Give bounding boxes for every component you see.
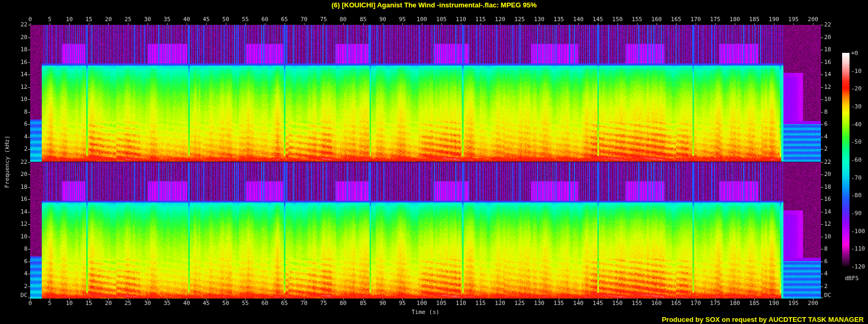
time-tick-mark — [383, 299, 383, 300]
time-tick-mark — [676, 299, 677, 300]
time-tick-mark — [520, 299, 520, 300]
time-tick-label: 55 — [237, 16, 253, 23]
colorbar — [842, 53, 849, 266]
time-tick-label: 55 — [237, 300, 253, 307]
time-tick-mark — [245, 299, 246, 300]
time-tick-label: 40 — [179, 300, 195, 307]
freq-tick-label: 8 — [0, 246, 27, 252]
freq-tick-mark — [821, 262, 823, 262]
time-tick-label: 0 — [22, 300, 38, 307]
freq-tick-mark — [821, 224, 823, 225]
time-tick-label: 110 — [453, 16, 469, 23]
time-tick-label: 95 — [394, 16, 410, 23]
time-tick-label: 10 — [61, 300, 77, 307]
freq-tick-label: 20 — [0, 34, 27, 41]
time-tick-mark — [89, 299, 89, 300]
time-tick-mark — [206, 299, 207, 300]
time-tick-label: 115 — [473, 300, 488, 307]
legend-tick-label: -50 — [851, 139, 862, 145]
time-tick-label: 170 — [688, 16, 704, 23]
time-tick-label: 120 — [492, 300, 508, 307]
time-tick-label: 160 — [649, 300, 664, 307]
time-tick-label: 25 — [120, 16, 136, 23]
y-axis-label: Frequency (kHz) — [4, 135, 11, 188]
spectrogram-window: (6) [KOUICHI] Aganist The Wind -instrume… — [0, 0, 868, 324]
time-tick-mark — [402, 299, 403, 300]
freq-tick-mark — [821, 99, 823, 100]
freq-tick-label: 16 — [0, 196, 27, 202]
legend-tick-label: -110 — [851, 246, 865, 252]
time-tick-label: 90 — [375, 300, 391, 307]
freq-tick-mark — [821, 174, 823, 175]
time-tick-label: 180 — [727, 300, 743, 307]
freq-tick-mark — [821, 112, 823, 113]
time-tick-label: 110 — [453, 300, 469, 307]
time-tick-mark — [637, 299, 638, 300]
freq-tick-label: 2 — [824, 283, 847, 290]
freq-tick-mark — [821, 298, 823, 298]
legend-tick-label: -10 — [851, 68, 862, 75]
time-tick-label: 15 — [81, 300, 97, 307]
freq-tick-mark — [821, 149, 823, 150]
time-tick-mark — [284, 299, 285, 300]
time-tick-mark — [108, 299, 109, 300]
page-title: (6) [KOUICHI] Aganist The Wind -instrume… — [0, 1, 868, 9]
freq-tick-mark — [821, 249, 823, 249]
freq-tick-label: 10 — [0, 234, 27, 240]
time-tick-mark — [304, 299, 304, 300]
freq-tick-mark — [821, 187, 823, 188]
freq-tick-label: 6 — [0, 121, 27, 127]
colorbar-unit-label: dBFS — [845, 275, 859, 282]
time-tick-mark — [128, 299, 128, 300]
time-tick-label: 190 — [766, 16, 782, 23]
time-tick-label: 65 — [276, 16, 292, 23]
time-tick-label: 100 — [414, 16, 430, 23]
time-tick-mark — [774, 299, 774, 300]
time-tick-label: 165 — [668, 16, 684, 23]
time-tick-mark — [500, 299, 501, 300]
legend-tick-label: -100 — [851, 228, 865, 235]
time-tick-label: 90 — [375, 16, 391, 23]
time-tick-mark — [324, 299, 324, 300]
time-tick-mark — [69, 299, 70, 300]
legend-tick-label: -20 — [851, 86, 862, 92]
time-tick-label: 25 — [120, 300, 136, 307]
time-tick-label: 175 — [707, 16, 723, 23]
freq-tick-mark — [821, 75, 823, 75]
time-tick-label: 185 — [746, 16, 762, 23]
time-tick-label: 75 — [316, 300, 331, 307]
time-tick-label: 135 — [551, 16, 567, 23]
time-tick-label: 20 — [100, 16, 116, 23]
time-tick-label: 5 — [42, 300, 58, 307]
time-tick-label: 40 — [179, 16, 195, 23]
freq-tick-mark — [821, 124, 823, 125]
freq-tick-mark — [821, 87, 823, 88]
time-tick-label: 60 — [257, 300, 273, 307]
time-tick-label: 20 — [100, 300, 116, 307]
freq-tick-label: 4 — [824, 271, 847, 277]
time-tick-label: 50 — [218, 16, 234, 23]
freq-tick-label: 22 — [0, 22, 27, 28]
time-tick-mark — [441, 299, 442, 300]
freq-tick-label: DC — [824, 292, 847, 299]
freq-tick-label: 4 — [0, 271, 27, 277]
legend-tick-label: +0 — [851, 50, 858, 57]
time-tick-label: 140 — [570, 16, 586, 23]
freq-tick-mark — [821, 162, 823, 163]
time-tick-mark — [539, 299, 540, 300]
time-tick-mark — [167, 299, 168, 300]
time-tick-label: 115 — [473, 16, 488, 23]
time-tick-label: 10 — [61, 16, 77, 23]
time-tick-mark — [343, 299, 344, 300]
time-tick-mark — [265, 299, 265, 300]
freq-tick-mark — [821, 50, 823, 50]
time-tick-mark — [813, 299, 814, 300]
freq-tick-mark — [821, 38, 823, 38]
time-tick-label: 155 — [629, 16, 645, 23]
time-tick-label: 200 — [805, 16, 821, 23]
time-tick-label: 105 — [433, 300, 449, 307]
time-tick-label: 85 — [355, 300, 371, 307]
time-tick-label: 145 — [590, 16, 606, 23]
time-tick-label: 140 — [570, 300, 586, 307]
freq-tick-mark — [821, 286, 823, 287]
